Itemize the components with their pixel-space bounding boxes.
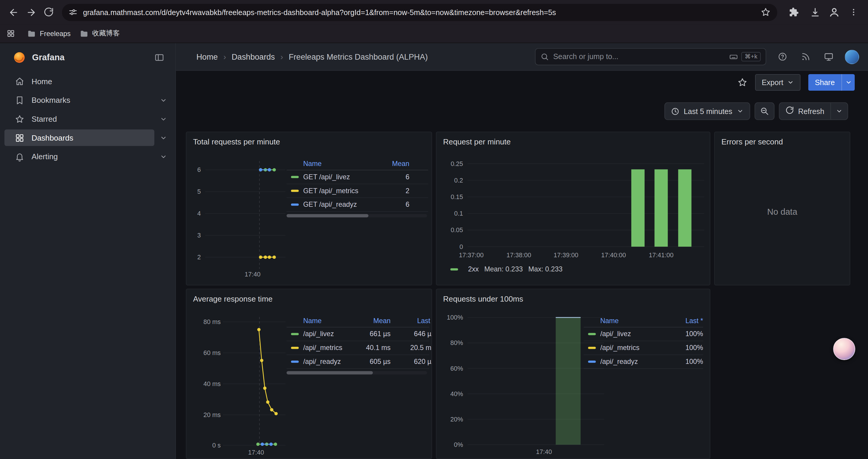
breadcrumb-home[interactable]: Home [196, 52, 218, 61]
svg-text:17:41:00: 17:41:00 [649, 252, 674, 259]
grid-icon [15, 133, 25, 142]
panel-title[interactable]: Errors per second [721, 137, 783, 146]
monitor-icon[interactable] [817, 48, 840, 66]
svg-text:0.1: 0.1 [454, 210, 463, 217]
share-button[interactable]: Share [808, 74, 841, 91]
user-avatar[interactable] [845, 50, 859, 64]
legend-column-header[interactable]: Last * [398, 317, 432, 324]
sidebar-item-dashboards[interactable]: Dashboards [0, 128, 176, 147]
screen: grafana.mathmast.com/d/deytv4rwavabkb/fr… [0, 0, 868, 459]
export-button[interactable]: Export [755, 74, 801, 91]
url-bar[interactable]: grafana.mathmast.com/d/deytv4rwavabkb/fr… [62, 4, 777, 21]
svg-text:17:38:00: 17:38:00 [506, 252, 531, 259]
bookmark-star-icon[interactable] [761, 7, 771, 17]
panel-title[interactable]: Total requests per minute [193, 137, 280, 146]
browser-profile-avatar[interactable] [827, 5, 841, 20]
panel-total-requests: Total requests per minute 6543217:40 Nam… [186, 132, 432, 286]
browser-toolbar: grafana.mathmast.com/d/deytv4rwavabkb/fr… [0, 0, 868, 24]
series-name: GET /api/_livez [303, 173, 350, 181]
extensions-icon[interactable] [785, 3, 803, 21]
svg-text:40 ms: 40 ms [204, 381, 221, 388]
sidebar-collapse-icon[interactable] [150, 49, 168, 66]
svg-text:60 ms: 60 ms [204, 350, 221, 357]
legend-column-header[interactable]: Name [584, 317, 666, 324]
svg-text:0.2: 0.2 [454, 177, 463, 184]
sidebar-item-starred[interactable]: Starred [0, 109, 176, 129]
legend-row[interactable]: /api/_readyz605 µs620 µs [286, 355, 429, 369]
breadcrumb-dashboards[interactable]: Dashboards [231, 52, 275, 61]
series-value: 6 [385, 201, 409, 208]
series-value: 40.1 ms [354, 344, 391, 352]
apps-grid-icon[interactable] [6, 29, 15, 37]
svg-text:17:39:00: 17:39:00 [554, 252, 579, 259]
legend-row[interactable]: /api/_livez661 µs646 µs [286, 328, 429, 341]
legend[interactable]: 2xx Mean: 0.233 Max: 0.233 [446, 266, 562, 273]
svg-text:0.15: 0.15 [451, 193, 463, 201]
legend-table[interactable]: NameLast */api/_livez100%/api/_metrics10… [584, 314, 703, 369]
panel-title[interactable]: Average response time [193, 294, 273, 303]
series-name: /api/_readyz [303, 358, 341, 366]
legend-scrollbar[interactable] [286, 214, 427, 218]
legend-column-header[interactable]: Mean [385, 160, 409, 167]
chevron-down-icon[interactable] [154, 148, 172, 165]
url-input[interactable]: grafana.mathmast.com/d/deytv4rwavabkb/fr… [83, 8, 761, 16]
svg-text:0%: 0% [454, 441, 463, 448]
legend-column-header[interactable]: Last * [666, 317, 703, 324]
panel-title[interactable]: Requests under 100ms [443, 294, 523, 303]
refresh-button[interactable]: Refresh [779, 103, 831, 119]
chevron-down-icon[interactable] [154, 111, 172, 127]
help-icon[interactable] [771, 48, 794, 66]
keyboard-icon [729, 52, 738, 61]
back-icon[interactable] [4, 3, 22, 21]
sidebar-item-bookmarks[interactable]: Bookmarks [0, 91, 176, 109]
forward-icon[interactable] [22, 3, 40, 21]
grafana-logo[interactable] [13, 52, 25, 64]
legend-scrollbar[interactable] [286, 371, 427, 374]
floating-assistant-avatar[interactable] [833, 338, 855, 360]
chevron-down-icon[interactable] [154, 129, 172, 146]
legend-row[interactable]: GET /api/_metrics2 [286, 184, 428, 198]
news-rss-icon[interactable] [794, 48, 817, 66]
legend-row[interactable]: GET /api/_readyz6 [286, 198, 428, 212]
zoom-out-button[interactable] [754, 102, 774, 120]
series-name: /api/_livez [600, 330, 631, 338]
series-color-dash [291, 203, 299, 205]
search-input[interactable]: Search or jump to... ⌘+k [535, 48, 766, 65]
site-settings-icon[interactable] [68, 8, 78, 17]
legend-column-header[interactable]: Name [286, 317, 354, 324]
star-icon [15, 114, 25, 124]
favorite-star-icon[interactable] [737, 77, 747, 88]
legend-row[interactable]: /api/_livez100% [584, 328, 703, 341]
legend-column-header[interactable]: Name [286, 160, 385, 167]
legend-row[interactable]: /api/_metrics100% [584, 341, 703, 355]
bookmark-icon [15, 95, 25, 105]
legend-column-header[interactable]: Mean [354, 317, 391, 324]
chevron-down-icon[interactable] [154, 92, 172, 108]
refresh-interval-button[interactable] [831, 103, 848, 119]
svg-text:20%: 20% [450, 416, 463, 423]
panel-title[interactable]: Request per minute [443, 137, 511, 146]
reload-icon[interactable] [40, 3, 58, 21]
bookmark-item-freeleaps[interactable]: Freeleaps [23, 27, 75, 40]
bookmarks-bar: Freeleaps 收藏博客 [0, 24, 868, 43]
sidebar-item-alerting[interactable]: Alerting [0, 147, 176, 166]
svg-text:4: 4 [197, 210, 201, 217]
time-range-picker[interactable]: Last 5 minutes [664, 102, 750, 120]
legend-row[interactable]: GET /api/_livez6 [286, 170, 428, 184]
browser-menu-icon[interactable] [845, 3, 862, 21]
share-button-group: Share [808, 74, 855, 91]
sidebar-item-home[interactable]: Home [0, 72, 176, 91]
series-name: GET /api/_readyz [303, 201, 357, 208]
legend-table[interactable]: NameMeanLast */api/_livez661 µs646 µs/ap… [286, 314, 429, 369]
download-icon[interactable] [806, 3, 824, 21]
legend-row[interactable]: /api/_metrics40.1 ms20.5 ms [286, 341, 429, 355]
legend-row[interactable]: /api/_readyz100% [584, 355, 703, 369]
bookmark-item-blogs[interactable]: 收藏博客 [75, 27, 124, 40]
legend-table[interactable]: NameMeanGET /api/_livez6GET /api/_metric… [286, 157, 428, 212]
zoom-out-icon [760, 107, 769, 116]
share-menu-button[interactable] [841, 74, 855, 91]
svg-text:17:40: 17:40 [245, 271, 260, 278]
svg-text:3: 3 [197, 232, 201, 239]
breadcrumb-current: Freeleaps Metrics Dashboard (ALPHA) [289, 52, 428, 61]
series-value: 100% [666, 344, 703, 352]
